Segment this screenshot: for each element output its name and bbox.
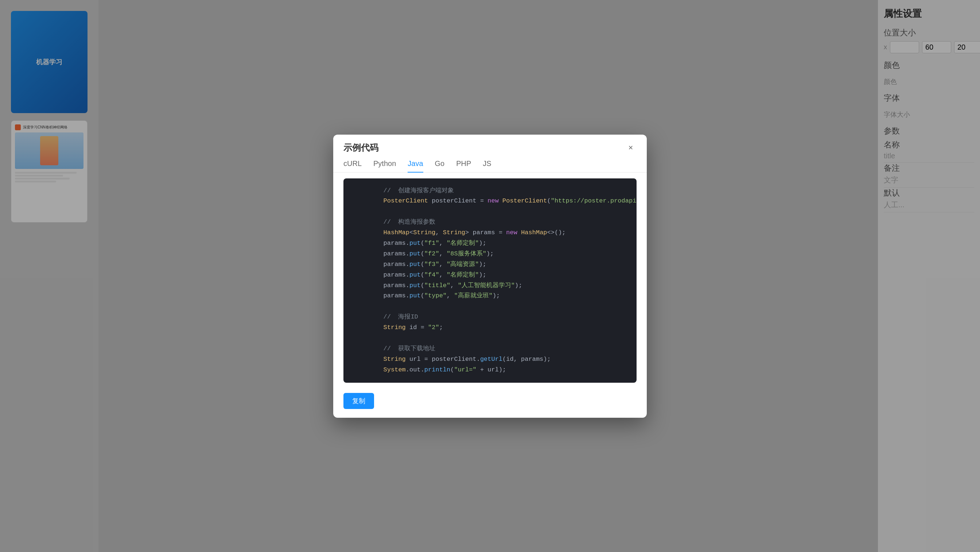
tab-curl[interactable]: cURL xyxy=(344,160,362,172)
modal-close-button[interactable]: × xyxy=(625,142,636,153)
language-tabs: cURL Python Java Go PHP JS xyxy=(333,153,647,172)
example-code-modal: 示例代码 × cURL Python Java Go PHP JS // 创建海… xyxy=(333,135,647,418)
modal-title: 示例代码 xyxy=(344,142,379,153)
code-content: // 创建海报客户端对象 PosterClient posterClient =… xyxy=(344,179,636,383)
tab-php[interactable]: PHP xyxy=(456,160,471,172)
modal-header: 示例代码 × xyxy=(333,135,647,153)
copy-button[interactable]: 复制 xyxy=(344,393,374,409)
code-container[interactable]: // 创建海报客户端对象 PosterClient posterClient =… xyxy=(344,179,636,383)
tab-go[interactable]: Go xyxy=(435,160,445,172)
tab-js[interactable]: JS xyxy=(483,160,491,172)
modal-footer: 复制 xyxy=(333,389,647,418)
tab-java[interactable]: Java xyxy=(407,160,423,172)
tab-python[interactable]: Python xyxy=(373,160,396,172)
